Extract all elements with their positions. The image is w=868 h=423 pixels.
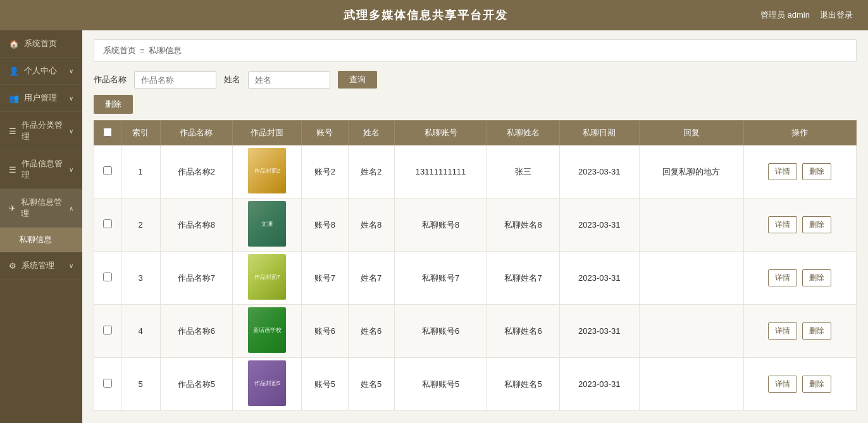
row-cover-image-0: 作品封面2 xyxy=(248,148,286,193)
row-account: 账号5 xyxy=(302,358,348,411)
sidebar: 🏠 系统首页 👤 个人中心 ∨ 👥 用户管理 ∨ ☰ 作品分类管理 ∨ ☰ 作品… xyxy=(0,30,82,423)
row-work-name: 作品名称8 xyxy=(160,199,232,252)
chevron-down-icon-5: ∨ xyxy=(69,262,73,269)
person-icon: 👤 xyxy=(9,66,19,76)
col-checkbox xyxy=(94,121,121,145)
row-cover-cell: 文渊 xyxy=(232,199,301,252)
sidebar-item-personal[interactable]: 👤 个人中心 ∨ xyxy=(0,58,82,85)
row-actions: 详情 删除 xyxy=(743,199,857,252)
col-account: 账号 xyxy=(302,121,348,145)
row-checkbox-0[interactable] xyxy=(103,166,112,175)
row-private-name: 私聊姓名7 xyxy=(487,252,559,305)
row-account: 账号2 xyxy=(302,145,348,199)
cover-text-1: 文渊 xyxy=(248,201,286,247)
detail-button-3[interactable]: 详情 xyxy=(768,322,797,340)
delete-button-3[interactable]: 删除 xyxy=(802,322,831,340)
sidebar-item-sys-mgmt[interactable]: ⚙ 系统管理 ∨ xyxy=(0,252,82,279)
row-checkbox-cell xyxy=(94,358,121,411)
sidebar-item-private-chat[interactable]: ✈ 私聊信息管理 ∧ xyxy=(0,189,82,228)
table-header-row: 索引 作品名称 作品封面 账号 姓名 私聊账号 私聊姓名 私聊日期 回复 操作 xyxy=(94,121,857,145)
row-date: 2023-03-31 xyxy=(559,252,639,305)
row-checkbox-2[interactable] xyxy=(103,273,112,281)
table-row: 2 作品名称8 文渊 账号8 姓名8 私聊账号8 私聊姓名8 2023-03-3… xyxy=(94,199,857,252)
sidebar-item-private-chat-label: 私聊信息管理 xyxy=(21,197,64,219)
row-private-name: 张三 xyxy=(487,145,559,199)
row-account: 账号7 xyxy=(302,252,348,305)
header-title: 武理多媒体信息共享平台开发 xyxy=(344,8,508,23)
select-all-checkbox[interactable] xyxy=(103,128,112,137)
chevron-down-icon-2: ∨ xyxy=(69,95,73,102)
row-cover-image-1: 文渊 xyxy=(248,201,286,247)
row-name: 姓名7 xyxy=(348,252,394,305)
logout-button[interactable]: 退出登录 xyxy=(820,9,853,21)
chevron-down-icon-4: ∨ xyxy=(69,166,73,173)
delete-bar: 删除 xyxy=(94,95,857,120)
row-cover-cell: 作品封面2 xyxy=(232,145,301,199)
sidebar-submenu-private-chat: 私聊信息 xyxy=(0,228,82,252)
col-cover: 作品封面 xyxy=(232,121,301,145)
row-checkbox-cell xyxy=(94,305,121,358)
row-account: 账号6 xyxy=(302,305,348,358)
row-reply xyxy=(639,358,743,411)
row-cover-cell: 作品封面5 xyxy=(232,358,301,411)
row-private-account: 私聊账号7 xyxy=(394,252,487,305)
last-name-label: 姓名 xyxy=(224,74,240,85)
table-row: 3 作品名称7 作品封面7 账号7 姓名7 私聊账号7 私聊姓名7 2023-0… xyxy=(94,252,857,305)
row-reply xyxy=(639,252,743,305)
row-actions: 详情 删除 xyxy=(743,252,857,305)
row-index: 2 xyxy=(121,199,160,252)
table-container: 索引 作品名称 作品封面 账号 姓名 私聊账号 私聊姓名 私聊日期 回复 操作 xyxy=(94,120,857,414)
sidebar-item-home-label: 系统首页 xyxy=(24,38,57,49)
col-private-name: 私聊姓名 xyxy=(487,121,559,145)
category-icon: ☰ xyxy=(9,126,16,136)
row-index: 4 xyxy=(121,305,160,358)
detail-button-0[interactable]: 详情 xyxy=(768,163,797,180)
home-icon: 🏠 xyxy=(9,39,19,49)
breadcrumb-home[interactable]: 系统首页 xyxy=(103,45,136,56)
data-table: 索引 作品名称 作品封面 账号 姓名 私聊账号 私聊姓名 私聊日期 回复 操作 xyxy=(94,120,857,411)
chevron-down-icon: ∨ xyxy=(69,68,73,75)
row-name: 姓名5 xyxy=(348,358,394,411)
main-content: 系统首页 ≡ 私聊信息 作品名称 姓名 查询 删除 索引 作品名称 xyxy=(82,30,868,423)
gear-icon: ⚙ xyxy=(9,261,16,271)
batch-delete-button[interactable]: 删除 xyxy=(94,95,133,114)
sidebar-item-home[interactable]: 🏠 系统首页 xyxy=(0,30,82,58)
row-checkbox-3[interactable] xyxy=(103,326,112,334)
work-name-input[interactable] xyxy=(134,71,216,89)
row-work-name: 作品名称5 xyxy=(160,358,232,411)
work-name-label: 作品名称 xyxy=(94,74,127,85)
sidebar-item-work-category[interactable]: ☰ 作品分类管理 ∨ xyxy=(0,112,82,150)
detail-button-1[interactable]: 详情 xyxy=(768,216,797,233)
chevron-down-icon-3: ∨ xyxy=(69,128,73,135)
row-date: 2023-03-31 xyxy=(559,145,639,199)
row-date: 2023-03-31 xyxy=(559,199,639,252)
row-cover-image-2: 作品封面7 xyxy=(248,254,286,300)
delete-button-4[interactable]: 删除 xyxy=(802,376,831,393)
row-work-name: 作品名称6 xyxy=(160,305,232,358)
row-private-account: 私聊账号8 xyxy=(394,199,487,252)
col-private-account: 私聊账号 xyxy=(394,121,487,145)
row-checkbox-1[interactable] xyxy=(103,219,112,228)
detail-button-2[interactable]: 详情 xyxy=(768,269,797,286)
row-checkbox-cell xyxy=(94,145,121,199)
row-private-account: 私聊账号5 xyxy=(394,358,487,411)
sidebar-sub-item-private-chat-info[interactable]: 私聊信息 xyxy=(0,228,82,252)
header: 武理多媒体信息共享平台开发 管理员 admin 退出登录 xyxy=(0,0,868,30)
sidebar-item-work-info[interactable]: ☰ 作品信息管理 ∨ xyxy=(0,150,82,189)
row-index: 1 xyxy=(121,145,160,199)
col-action: 操作 xyxy=(743,121,857,145)
delete-button-2[interactable]: 删除 xyxy=(802,269,831,286)
row-date: 2023-03-31 xyxy=(559,358,639,411)
detail-button-4[interactable]: 详情 xyxy=(768,376,797,393)
col-reply: 回复 xyxy=(639,121,743,145)
query-button[interactable]: 查询 xyxy=(338,71,377,89)
sidebar-item-work-category-label: 作品分类管理 xyxy=(22,120,64,142)
row-name: 姓名2 xyxy=(348,145,394,199)
row-index: 5 xyxy=(121,358,160,411)
last-name-input[interactable] xyxy=(248,71,330,89)
sidebar-item-user-mgmt[interactable]: 👥 用户管理 ∨ xyxy=(0,85,82,112)
row-checkbox-4[interactable] xyxy=(103,379,112,388)
delete-button-0[interactable]: 删除 xyxy=(802,163,831,180)
cover-text-0: 作品封面2 xyxy=(248,148,286,193)
delete-button-1[interactable]: 删除 xyxy=(802,216,831,233)
